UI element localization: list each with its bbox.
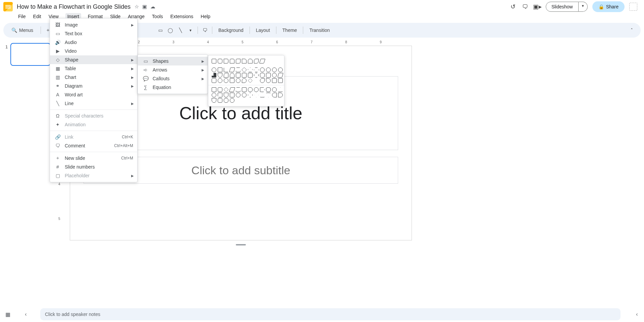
slideshow-dropdown[interactable]: ▼ (579, 2, 588, 12)
shape-cell[interactable] (278, 87, 283, 92)
textbox-icon[interactable]: ▭ (157, 27, 163, 33)
side-panel-toggle-icon[interactable]: ‹ (634, 311, 640, 317)
shape-snip1[interactable] (224, 59, 228, 63)
shape-cell[interactable] (254, 93, 259, 97)
shape-cell[interactable] (236, 93, 240, 97)
cloud-saved-icon[interactable]: ☁ (150, 4, 155, 10)
shape-round-rect[interactable] (218, 59, 222, 63)
line-tool-icon[interactable]: ╲ (177, 27, 183, 33)
shape-cell[interactable] (266, 78, 271, 83)
insert-shape[interactable]: ◇Shape▶ (50, 55, 137, 64)
shape-cell[interactable] (272, 93, 277, 97)
shape-cell[interactable] (212, 78, 216, 83)
shape-cell[interactable] (242, 78, 247, 83)
insert-image[interactable]: 🖼Image▶ (50, 20, 137, 29)
shape-cell[interactable] (212, 73, 216, 78)
shape-rect[interactable] (212, 59, 216, 63)
slide-thumbnail[interactable] (10, 43, 51, 66)
shape-cell[interactable] (248, 78, 253, 83)
slideshow-button[interactable]: Slideshow (546, 2, 579, 12)
shape-cell[interactable] (212, 98, 216, 103)
shape-sub-equation[interactable]: ∑Equation (138, 83, 208, 92)
insert-chart[interactable]: ▥Chart▶ (50, 73, 137, 82)
shape-cell[interactable] (254, 87, 259, 92)
insert-comment[interactable]: 🗨CommentCtrl+Alt+M (50, 141, 137, 150)
shape-cell[interactable] (242, 87, 247, 92)
menu-file[interactable]: File (17, 13, 26, 20)
insert-text-box[interactable]: ▭Text box (50, 29, 137, 38)
shape-cell[interactable] (218, 87, 222, 92)
notes-resize-handle[interactable] (236, 244, 246, 245)
shape-cell[interactable] (272, 78, 277, 83)
line-tool-dd-icon[interactable]: ▼ (187, 27, 194, 33)
shape-cell[interactable] (278, 93, 283, 97)
collapse-filmstrip-icon[interactable]: ‹ (22, 311, 30, 318)
shape-cell[interactable] (218, 93, 222, 97)
shape-cell[interactable] (224, 67, 228, 72)
shape-cell[interactable] (230, 98, 234, 103)
document-title[interactable]: How to Make a Flowchart in Google Slides (17, 3, 130, 10)
insert-slide-numbers[interactable]: #Slide numbers (50, 163, 137, 171)
shape-cell[interactable] (260, 87, 265, 92)
shape-cell[interactable] (266, 73, 271, 78)
account-avatar[interactable] (629, 3, 637, 11)
comments-icon[interactable]: 🗨 (522, 3, 529, 10)
shape-cell[interactable] (278, 67, 283, 72)
shape-cell[interactable] (218, 67, 222, 72)
present-camera-icon[interactable]: ▣▸ (534, 3, 541, 10)
speaker-notes-input[interactable]: Click to add speaker notes (40, 308, 621, 320)
shape-cell[interactable] (212, 93, 216, 97)
shape-snip-diag[interactable] (236, 59, 240, 63)
shape-cell[interactable] (218, 78, 222, 83)
shape-cell[interactable] (229, 87, 235, 92)
shape-cell[interactable] (272, 87, 277, 92)
transition-button[interactable]: Transition (307, 26, 332, 34)
shape-cell[interactable] (266, 67, 271, 72)
shape-sub-callouts[interactable]: 💬Callouts▶ (138, 74, 208, 83)
insert-table[interactable]: ▦Table▶ (50, 64, 137, 73)
shape-cell[interactable] (224, 93, 228, 97)
shape-cell[interactable] (224, 78, 228, 83)
shape-cell[interactable] (272, 67, 277, 72)
shape-cell[interactable] (260, 73, 265, 78)
shape-cell[interactable] (254, 78, 259, 83)
shape-cell[interactable] (248, 73, 253, 78)
insert-video[interactable]: ▶Video (50, 47, 137, 55)
shape-cell[interactable] (218, 98, 222, 103)
shape-cell[interactable] (277, 73, 283, 78)
explore-grid-icon[interactable]: ▦ (4, 311, 11, 318)
shape-round-same[interactable] (248, 59, 253, 63)
shape-cell[interactable] (254, 73, 259, 78)
shape-cell[interactable] (230, 73, 234, 78)
menu-extensions[interactable]: Extensions (170, 13, 194, 20)
shape-cell[interactable] (236, 78, 240, 83)
shape-cell[interactable] (236, 67, 240, 72)
shape-cell[interactable] (224, 73, 228, 78)
shape-cell[interactable] (266, 93, 271, 97)
history-icon[interactable]: ↺ (509, 3, 517, 10)
menu-edit[interactable]: Edit (33, 13, 42, 20)
insert-word-art[interactable]: AWord art (50, 90, 137, 99)
shape-cell[interactable] (260, 78, 265, 83)
shape-cell[interactable] (242, 93, 247, 97)
shape-cell[interactable] (254, 67, 259, 72)
shape-cell[interactable] (224, 87, 229, 92)
shape-cell[interactable] (242, 73, 247, 78)
shape-tool-icon[interactable]: ◯ (167, 27, 173, 33)
collapse-toolbar-icon[interactable]: ˄ (627, 26, 636, 35)
shape-sub-shapes[interactable]: ▭Shapes▶ (138, 57, 208, 65)
shape-round-diag[interactable] (254, 59, 259, 63)
shape-snip2[interactable] (230, 59, 234, 63)
shape-cell[interactable] (248, 67, 253, 72)
insert-line[interactable]: ╲Line▶ (50, 99, 137, 108)
shape-cell[interactable] (278, 78, 283, 83)
insert-new-slide[interactable]: ＋New slideCtrl+M (50, 154, 137, 163)
share-button[interactable]: 🔒 Share (592, 1, 625, 12)
theme-button[interactable]: Theme (280, 26, 299, 34)
shape-cell[interactable] (224, 98, 228, 103)
background-button[interactable]: Background (216, 26, 246, 34)
shape-cell[interactable] (248, 93, 253, 97)
insert-diagram[interactable]: ⚭Diagram▶ (50, 82, 137, 90)
shape-cell[interactable] (218, 73, 222, 78)
shape-cell[interactable] (212, 87, 216, 92)
